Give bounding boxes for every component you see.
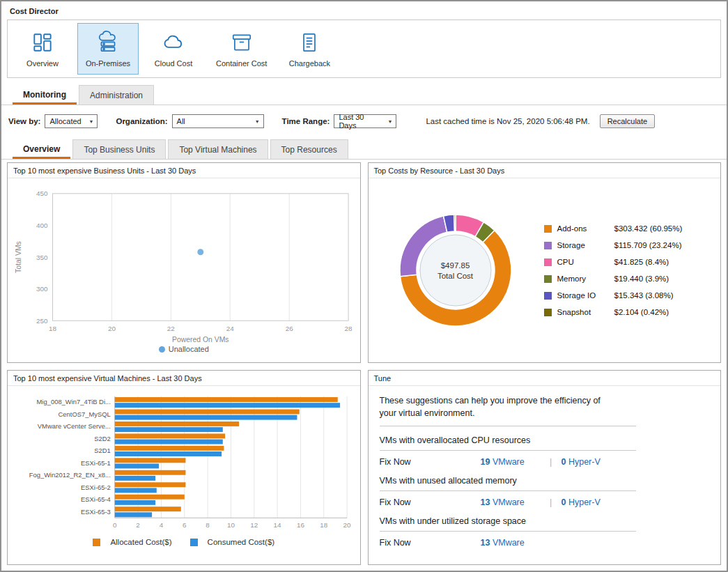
legend-item-storage: Storage$115.709 (23.24%)	[544, 237, 714, 254]
legend-label: Memory	[557, 275, 614, 283]
svg-text:12: 12	[250, 521, 258, 529]
nav-item-overview[interactable]: Overview	[12, 23, 73, 75]
bar-esxi-65-1-allocated-cost[interactable]	[115, 458, 186, 463]
bar-s2d1-allocated-cost[interactable]	[115, 446, 224, 451]
bar-mig-008-win7-4tib-di-consumed-cost[interactable]	[115, 403, 340, 408]
view-by-select[interactable]: Allocated ▼	[45, 114, 98, 128]
fix-now-link[interactable]: Fix Now	[380, 497, 481, 507]
svg-text:Mig_008_Win7_4TiB Di...: Mig_008_Win7_4TiB Di...	[36, 398, 110, 405]
svg-text:Powered On VMs: Powered On VMs	[172, 336, 229, 343]
legend-label: Snapshot	[557, 308, 614, 316]
bar-fog-win2012-r2-en-x8-allocated-cost[interactable]	[115, 470, 186, 475]
panel-title: Tune	[369, 371, 721, 386]
chargeback-icon	[297, 31, 321, 54]
container-cost-icon	[230, 31, 254, 54]
bar-mig-008-win7-4tib-di-allocated-cost[interactable]	[115, 397, 338, 402]
last-cached-text: Last cached time is Nov 25, 2020 5:06:48…	[426, 117, 589, 125]
bar-vmware-vcenter-serve-consumed-cost[interactable]	[115, 427, 223, 432]
nav-item-container-cost[interactable]: Container Cost	[208, 23, 274, 75]
tab-administration[interactable]: Administration	[79, 85, 154, 105]
bar-esxi-65-4-allocated-cost[interactable]	[115, 495, 185, 500]
legend-value: $41.825 (8.4%)	[614, 258, 669, 266]
svg-text:24: 24	[226, 325, 234, 332]
bar-s2d1-consumed-cost[interactable]	[115, 451, 222, 456]
vmware-count-link[interactable]: 13 VMware	[481, 538, 541, 548]
svg-text:ESXi-65-2: ESXi-65-2	[81, 484, 111, 491]
divider	[380, 531, 636, 532]
organization-label: Organization:	[116, 117, 167, 125]
pie-slice-snapshot[interactable]	[454, 215, 455, 231]
donut-legend: Add-ons$303.432 (60.95%)Storage$115.709 …	[544, 220, 714, 320]
bar-esxi-65-1-consumed-cost[interactable]	[115, 463, 159, 468]
bar-s2d2-allocated-cost[interactable]	[115, 433, 225, 438]
svg-text:ESXi-65-1: ESXi-65-1	[81, 459, 111, 467]
svg-text:2: 2	[136, 521, 140, 529]
svg-text:18: 18	[49, 325, 57, 332]
bar-centos7-mysql-allocated-cost[interactable]	[115, 410, 300, 415]
nav-item-on-premises[interactable]: On-Premises	[77, 23, 139, 75]
svg-text:8: 8	[206, 521, 210, 529]
bar-chart-area: 02468101214161820Mig_008_Win7_4TiB Di...…	[8, 386, 360, 564]
scatter-point[interactable]	[197, 249, 203, 255]
legend-value: $2.104 (0.42%)	[614, 308, 669, 316]
bar-esxi-65-2-allocated-cost[interactable]	[115, 482, 186, 487]
bar-esxi-65-3-consumed-cost[interactable]	[115, 512, 152, 517]
organization-value: All	[177, 117, 185, 125]
bar-fog-win2012-r2-en-x8-consumed-cost[interactable]	[115, 476, 155, 481]
suggestion-row: Fix Now13 VMware|0 Hyper-V	[380, 497, 710, 507]
on-premises-icon	[96, 31, 120, 54]
bar-vmware-vcenter-serve-allocated-cost[interactable]	[115, 422, 239, 426]
svg-text:Total VMs: Total VMs	[15, 241, 22, 273]
vmware-count-link[interactable]: 19 VMware	[481, 457, 541, 467]
scatter-chart-area: 182022242628250300350400450Powered On VM…	[8, 178, 360, 362]
donut-center-circle	[420, 235, 491, 306]
suggestion-heading: VMs with unused allocated memory	[380, 476, 710, 486]
legend-label: Add-ons	[557, 224, 614, 233]
divider	[380, 450, 636, 451]
bar-centos7-mysql-consumed-cost[interactable]	[115, 415, 297, 420]
divider	[380, 490, 636, 491]
nav-item-chargeback[interactable]: Chargeback	[279, 23, 340, 75]
subtab-top-business-units[interactable]: Top Business Units	[72, 139, 166, 159]
legend-item-storage-io: Storage IO$15.343 (3.08%)	[544, 287, 714, 304]
page-title: Cost Director	[1, 1, 727, 15]
vmware-count-link[interactable]: 13 VMware	[481, 497, 541, 507]
hyper-v-count-link[interactable]: 0 Hyper-V	[562, 497, 621, 507]
legend-value: $115.709 (23.24%)	[614, 241, 682, 249]
organization-select[interactable]: All ▼	[172, 114, 264, 128]
legend-swatch	[544, 292, 552, 300]
bar-s2d2-consumed-cost[interactable]	[115, 440, 223, 445]
legend-value: $303.432 (60.95%)	[614, 224, 683, 233]
legend-swatch	[544, 242, 552, 249]
svg-text:VMware vCenter Serve...: VMware vCenter Serve...	[38, 422, 111, 430]
legend-swatch	[190, 539, 198, 546]
subtab-top-virtual-machines[interactable]: Top Virtual Machines	[168, 139, 268, 159]
recalculate-button[interactable]: Recalculate	[600, 114, 655, 128]
fix-now-link[interactable]: Fix Now	[380, 538, 481, 548]
hyper-v-count-link[interactable]: 0 Hyper-V	[562, 457, 621, 467]
svg-text:250: 250	[36, 317, 48, 325]
top-navigation: OverviewOn-PremisesCloud CostContainer C…	[7, 20, 721, 78]
suggestion-row: Fix Now19 VMware|0 Hyper-V	[380, 457, 710, 467]
legend-label: Unallocated	[169, 345, 209, 353]
panel-tune: Tune These suggestions can help you impr…	[368, 370, 722, 565]
cost-director-window: Cost Director OverviewOn-PremisesCloud C…	[0, 0, 728, 572]
suggestion-row: Fix Now13 VMware	[380, 538, 710, 548]
svg-text:28: 28	[344, 325, 353, 332]
fix-now-link[interactable]: Fix Now	[380, 457, 481, 467]
panel-virtual-machines: Top 10 most expensive Virtual Machines -…	[7, 370, 361, 565]
bar-esxi-65-4-consumed-cost[interactable]	[115, 500, 155, 505]
bar-esxi-65-3-allocated-cost[interactable]	[115, 507, 181, 511]
bar-esxi-65-2-consumed-cost[interactable]	[115, 488, 157, 493]
subtab-top-resources[interactable]: Top Resources	[270, 139, 348, 159]
nav-item-cloud-cost[interactable]: Cloud Cost	[143, 23, 204, 75]
tab-monitoring[interactable]: Monitoring	[13, 85, 77, 105]
nav-item-label: Overview	[26, 59, 59, 68]
legend-item-consumed-cost: Consumed Cost($)	[190, 538, 275, 546]
panel-title: Top 10 most expensive Business Units - L…	[8, 163, 360, 178]
link-separator: |	[541, 457, 562, 467]
panel-costs-by-resource: Top Costs by Resource - Last 30 Days $49…	[368, 162, 722, 363]
time-range-select[interactable]: Last 30 Days ▼	[334, 114, 396, 128]
subtab-overview[interactable]: Overview	[13, 139, 70, 159]
donut-chart-area: $497.85 Total Cost Add-ons$303.432 (60.9…	[369, 178, 721, 362]
